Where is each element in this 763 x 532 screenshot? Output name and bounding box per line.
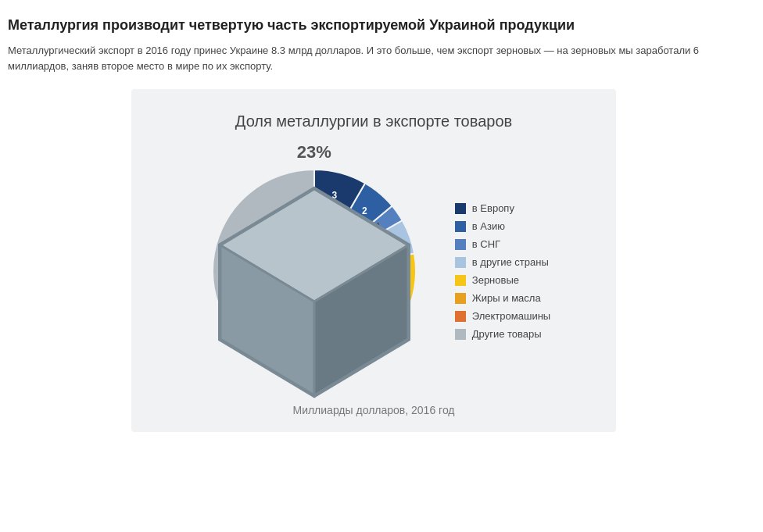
donut-center: 23% xyxy=(197,142,432,400)
legend-color-box xyxy=(455,221,466,232)
legend-label: Другие товары xyxy=(472,328,542,340)
chart-area: 321264216 23% в Европув Азиюв СНГв други… xyxy=(147,154,600,388)
legend-item: Другие товары xyxy=(455,328,550,340)
page-wrapper: Металлургия производит четвертую часть э… xyxy=(0,0,763,448)
legend-item: в Европу xyxy=(455,202,550,214)
legend-item: Зерновые xyxy=(455,274,550,286)
legend-label: в Азию xyxy=(472,220,505,232)
legend-color-box xyxy=(455,275,466,286)
chart-legend: в Европув Азиюв СНГв другие страныЗернов… xyxy=(455,202,550,340)
chart-title: Доля металлургии в экспорте товаров xyxy=(235,112,512,130)
legend-item: в СНГ xyxy=(455,238,550,250)
legend-label: в Европу xyxy=(472,202,514,214)
legend-label: в другие страны xyxy=(472,256,549,268)
legend-label: в СНГ xyxy=(472,238,500,250)
legend-label: Жиры и масла xyxy=(472,292,541,304)
legend-label: Электромашины xyxy=(472,310,550,322)
chart-container: Доля металлургии в экспорте товаров 3212… xyxy=(131,89,616,432)
legend-item: Жиры и масла xyxy=(455,292,550,304)
donut-chart: 321264216 23% xyxy=(197,154,432,388)
legend-item: в другие страны xyxy=(455,256,550,268)
legend-item: Электромашины xyxy=(455,310,550,322)
legend-color-box xyxy=(455,311,466,322)
legend-label: Зерновые xyxy=(472,274,519,286)
legend-color-box xyxy=(455,257,466,268)
legend-color-box xyxy=(455,329,466,340)
article-body: Металлургический экспорт в 2016 году при… xyxy=(8,43,740,73)
donut-percent-label: 23% xyxy=(297,142,331,162)
cube-icon xyxy=(197,166,432,400)
legend-color-box xyxy=(455,239,466,250)
legend-color-box xyxy=(455,203,466,214)
article-title: Металлургия производит четвертую часть э… xyxy=(8,16,740,35)
legend-item: в Азию xyxy=(455,220,550,232)
chart-subtitle: Миллиарды долларов, 2016 год xyxy=(292,404,454,416)
legend-color-box xyxy=(455,293,466,304)
